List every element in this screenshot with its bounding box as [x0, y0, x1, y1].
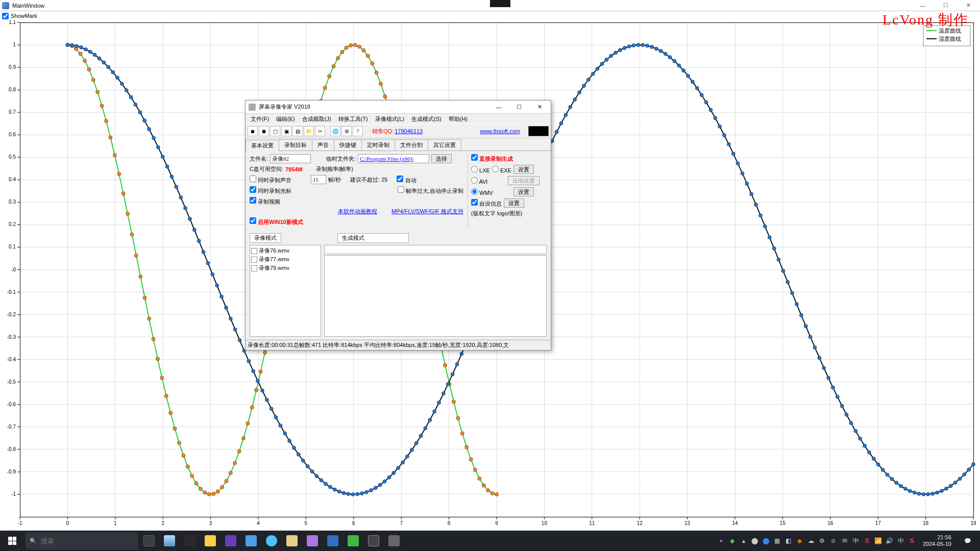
menu-item[interactable]: 帮助(H)	[446, 114, 471, 124]
dialog-titlebar[interactable]: 屏幕录像专家 V2018 — ☐ ✕	[246, 101, 551, 114]
dialog-close-button[interactable]: ✕	[529, 102, 550, 113]
tray-volume-icon[interactable]: 🔊	[885, 536, 894, 545]
win10-checkbox[interactable]: 启用WIN10新模式	[250, 217, 303, 226]
tab-item[interactable]: 定时录制	[361, 139, 395, 151]
tray-icon-5[interactable]: ⬤	[762, 536, 771, 545]
tray-icon-8[interactable]: ◆	[795, 536, 804, 545]
tray-icon-10[interactable]: ⚙	[818, 536, 827, 545]
taskbar-ie[interactable]	[261, 531, 282, 551]
tool-screen1-icon[interactable]: ▢	[270, 126, 280, 136]
taskbar-vs[interactable]	[220, 531, 241, 551]
tray-icon-13[interactable]: S	[863, 536, 872, 545]
showmark-checkbox[interactable]	[2, 13, 9, 19]
taskbar-app-3[interactable]	[241, 531, 261, 551]
website-link[interactable]: www.tlxsoft.com	[480, 128, 520, 134]
tab-item[interactable]: 快捷键	[334, 139, 362, 151]
taskbar-vs2[interactable]	[302, 531, 323, 551]
dialog-minimize-button[interactable]: —	[488, 102, 509, 113]
tray-icon-12[interactable]: ✉	[840, 536, 849, 545]
tray-icon-1[interactable]: ▪	[717, 536, 726, 545]
taskbar-app-1[interactable]	[159, 531, 180, 551]
qq-link[interactable]: 178046113	[395, 128, 423, 134]
tray-icon-9[interactable]: ☁	[806, 536, 816, 545]
tab-item[interactable]: 文件分割	[395, 139, 428, 151]
taskbar-file-explorer[interactable]	[200, 531, 220, 551]
tool-help-icon[interactable]: ?	[353, 126, 363, 136]
menu-item[interactable]: 合成截取(J)	[299, 114, 334, 124]
start-button[interactable]	[0, 531, 24, 551]
tray-icon-6[interactable]: ▦	[773, 536, 782, 545]
taskbar-wechat[interactable]	[343, 531, 363, 551]
file-item[interactable]: 录像76.wmv	[251, 246, 320, 255]
formats-link[interactable]: MP4/FLV/SWF/GIF 格式支持	[391, 208, 463, 215]
taskbar-app-2[interactable]	[180, 531, 200, 551]
tray-icon-11[interactable]: ⎚	[829, 536, 838, 545]
file-item[interactable]: 录像79.wmv	[251, 264, 320, 272]
tray-icon-3[interactable]: ▴	[739, 536, 748, 545]
tab-item[interactable]: 录制目标	[279, 139, 312, 151]
task-view-button[interactable]	[139, 531, 159, 551]
self-info-checkbox[interactable]: 自设信息	[471, 199, 502, 208]
tray-icon-7[interactable]: ◧	[784, 536, 793, 545]
menu-item[interactable]: 转换工具(T)	[335, 114, 371, 124]
taskbar-app-6[interactable]	[363, 531, 384, 551]
taskbar-app-7[interactable]	[384, 531, 404, 551]
menu-item[interactable]: 录像模式(L)	[372, 114, 407, 124]
tool-globe-icon[interactable]: 🌐	[330, 126, 340, 136]
tool-settings-icon[interactable]: ⚙	[341, 126, 352, 136]
menu-item[interactable]: 文件(F)	[248, 114, 272, 124]
menu-item[interactable]: 生成模式(S)	[408, 114, 445, 124]
auto-checkbox[interactable]: 自动	[397, 176, 416, 184]
tool-folder-icon[interactable]: 📁	[304, 126, 314, 136]
tray-ime[interactable]: 中	[851, 536, 861, 545]
tool-cut-icon[interactable]: ✂	[315, 126, 325, 136]
lxe-radio[interactable]: LXE	[471, 166, 490, 173]
tray-icon-4[interactable]: ⬤	[750, 536, 760, 545]
file-item[interactable]: 录像77.wmv	[251, 255, 320, 264]
taskbar-clock[interactable]: 21:56 2024-05-10	[919, 534, 955, 547]
dialog-maximize-button[interactable]: ☐	[509, 102, 529, 113]
wmv-radio[interactable]: WMV	[471, 188, 493, 196]
settings2-button[interactable]: 设置	[513, 187, 534, 196]
direct-gen-checkbox[interactable]: 直接录制生成	[471, 154, 513, 163]
tab-item[interactable]: 声音	[312, 139, 334, 151]
avi-radio[interactable]: AVI	[471, 177, 487, 185]
tray-ime2[interactable]: 中	[896, 536, 905, 545]
tab-item[interactable]: 基本设置	[246, 140, 279, 151]
exe-radio[interactable]: EXE	[492, 166, 511, 173]
svg-point-310	[424, 427, 427, 430]
menu-item[interactable]: 编辑(E)	[273, 114, 298, 124]
file-name-input[interactable]	[270, 154, 311, 163]
tool-record-icon[interactable]: ⏺	[248, 126, 258, 136]
rec-video-row[interactable]: 录制视频	[250, 197, 280, 206]
search-input[interactable]	[41, 537, 134, 545]
tab-item[interactable]: 其它设置	[428, 139, 461, 151]
select-folder-button[interactable]: 选择	[431, 154, 452, 163]
tool-stop-icon[interactable]: ⏹	[259, 126, 269, 136]
temp-folder-input[interactable]	[358, 154, 429, 163]
search-box[interactable]: 🔍	[26, 532, 138, 549]
close-button[interactable]: ✕	[957, 1, 980, 11]
taskbar-app-4[interactable]	[282, 531, 302, 551]
file-list[interactable]: 录像76.wmv录像77.wmv录像79.wmv	[250, 245, 321, 337]
tray-icon-2[interactable]: ◆	[728, 536, 737, 545]
svg-point-134	[83, 59, 87, 62]
rec-cursor-row[interactable]: 同时录制光标	[250, 186, 291, 195]
tray-icon-14[interactable]: S	[908, 536, 917, 545]
freq-input[interactable]	[311, 175, 326, 184]
notification-button[interactable]: 💬	[958, 531, 978, 551]
tool-screen2-icon[interactable]: ▣	[281, 126, 291, 136]
minimize-button[interactable]: —	[911, 1, 934, 11]
taskbar-app-5[interactable]	[323, 531, 343, 551]
settings1-button[interactable]: 设置	[513, 165, 534, 174]
svg-point-224	[469, 458, 473, 461]
tutorial-link[interactable]: 本软件动画教程	[338, 208, 377, 215]
settings3-button[interactable]: 设置	[504, 198, 524, 208]
overflow-checkbox[interactable]: 帧率过大,自动停止录制	[398, 186, 463, 195]
tray-network-icon[interactable]: 📶	[874, 536, 883, 545]
svg-point-412	[886, 473, 889, 477]
tool-screen3-icon[interactable]: ▤	[292, 126, 303, 136]
svg-point-273	[256, 379, 260, 383]
rec-audio-row[interactable]: 同时录制声音	[250, 176, 291, 184]
maximize-button[interactable]: ☐	[934, 1, 957, 11]
